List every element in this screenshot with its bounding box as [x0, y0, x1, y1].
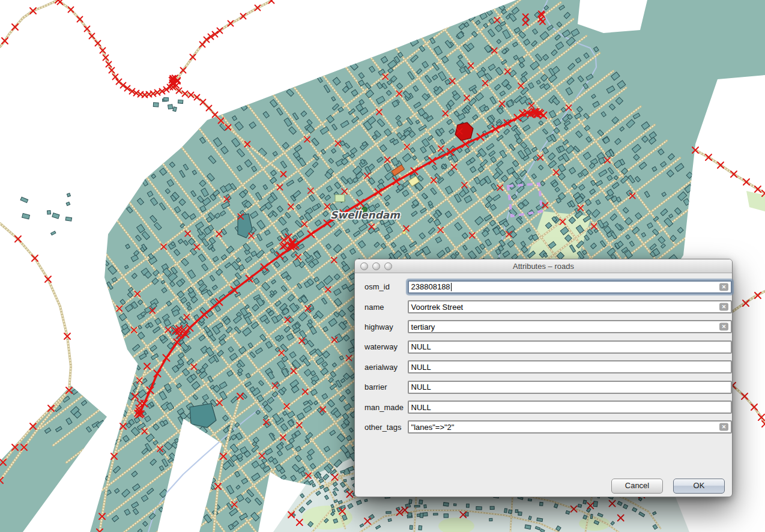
- attribute-row: highway tertiary ✕: [355, 317, 732, 337]
- town-label: Swellendam: [330, 209, 401, 221]
- field-input-barrier[interactable]: NULL: [408, 381, 732, 394]
- clear-field-icon[interactable]: ✕: [719, 423, 728, 431]
- field-input-other_tags[interactable]: "lanes"=>"2" ✕: [408, 420, 732, 434]
- attribute-row: osm_id 238808188 ✕: [355, 277, 732, 297]
- attribute-row: aerialway NULL: [355, 357, 732, 377]
- field-label-barrier: barrier: [364, 382, 408, 391]
- dialog-titlebar[interactable]: Attributes – roads: [355, 259, 732, 273]
- field-label-osm_id: osm_id: [364, 282, 408, 291]
- clear-field-icon[interactable]: ✕: [719, 323, 728, 331]
- field-label-highway: highway: [364, 322, 408, 331]
- field-input-osm_id[interactable]: 238808188 ✕: [408, 280, 732, 294]
- minimize-button[interactable]: [372, 262, 380, 270]
- attributes-dialog: Attributes – roads osm_id 238808188 ✕ na…: [354, 259, 733, 497]
- field-input-waterway[interactable]: NULL: [408, 340, 732, 354]
- field-label-waterway: waterway: [364, 342, 408, 351]
- field-label-aerialway: aerialway: [364, 363, 408, 372]
- attribute-row: waterway NULL: [355, 337, 732, 357]
- field-label-man_made: man_made: [364, 403, 408, 412]
- field-label-name: name: [364, 303, 408, 312]
- field-input-highway[interactable]: tertiary ✕: [408, 320, 732, 333]
- field-input-man_made[interactable]: NULL: [408, 401, 732, 414]
- attribute-row: other_tags "lanes"=>"2" ✕: [355, 417, 732, 437]
- dialog-title: Attributes – roads: [513, 262, 574, 271]
- field-input-name[interactable]: Voortrek Street ✕: [408, 300, 732, 313]
- field-label-other_tags: other_tags: [364, 423, 408, 432]
- attribute-row: name Voortrek Street ✕: [355, 297, 732, 316]
- cancel-button[interactable]: Cancel: [611, 479, 663, 494]
- attribute-form: osm_id 238808188 ✕ name Voortrek Street …: [355, 273, 732, 437]
- clear-field-icon[interactable]: ✕: [719, 303, 728, 311]
- clear-field-icon[interactable]: ✕: [719, 283, 728, 291]
- text-caret: [451, 283, 452, 291]
- close-button[interactable]: [360, 262, 368, 270]
- attribute-row: barrier NULL: [355, 377, 732, 397]
- field-input-aerialway[interactable]: NULL: [408, 360, 732, 373]
- zoom-button[interactable]: [384, 262, 392, 270]
- ok-button[interactable]: OK: [673, 479, 725, 494]
- attribute-row: man_made NULL: [355, 397, 732, 417]
